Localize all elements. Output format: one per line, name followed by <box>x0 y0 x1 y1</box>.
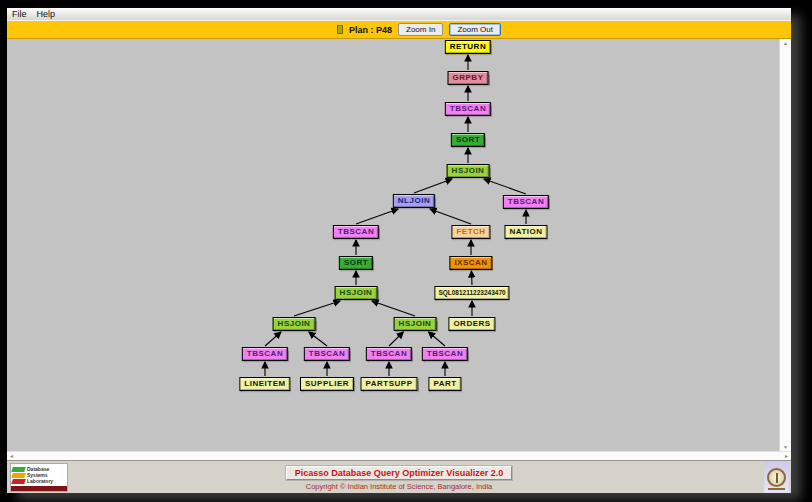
plan-node-return[interactable]: RETURN <box>445 40 491 54</box>
scroll-up-icon[interactable]: ▲ <box>783 40 788 46</box>
plan-node-hsjoin3[interactable]: HSJOIN <box>273 317 316 331</box>
menu-bar: File Help <box>7 8 791 21</box>
plan-edge-sqltmp-ixscan <box>471 271 472 285</box>
iisc-emblem-base <box>768 488 785 490</box>
plan-edge-fetch-nljoin <box>430 209 471 224</box>
plan-node-hsjoin4[interactable]: HSJOIN <box>394 317 437 331</box>
plan-node-grpby[interactable]: GRPBY <box>448 71 489 85</box>
menu-help[interactable]: Help <box>37 9 56 19</box>
plan-label: Plan : P48 <box>349 25 392 35</box>
plan-node-tbscan1[interactable]: TBSCAN <box>445 102 491 116</box>
plan-edge-tbscan3-nljoin <box>356 209 398 224</box>
plan-edge-tbscan2-hsjoin1 <box>484 179 526 194</box>
copyright-text: Copyright © Indian Institute of Science,… <box>7 482 791 491</box>
plan-edge-hsjoin4-hsjoin2 <box>372 301 415 316</box>
plan-node-tbscan6[interactable]: TBSCAN <box>366 347 412 361</box>
plan-edge-tbscan7-hsjoin4 <box>429 332 446 346</box>
plan-canvas[interactable]: RETURNGRPBYTBSCANSORTHSJOINNLJOINTBSCANT… <box>7 39 779 451</box>
plan-node-nation[interactable]: NATION <box>504 225 547 239</box>
scroll-right-icon[interactable]: ► <box>784 453 789 459</box>
plan-node-orders[interactable]: ORDERS <box>448 317 495 331</box>
plan-node-hsjoin1[interactable]: HSJOIN <box>447 164 490 178</box>
footer-bar: Database Systems Laboratory Picasso Data… <box>7 460 791 493</box>
plan-node-lineitem[interactable]: LINEITEM <box>239 377 290 391</box>
plan-edge-hsjoin3-hsjoin2 <box>294 301 340 316</box>
plan-color-swatch <box>337 25 343 34</box>
horizontal-scrollbar[interactable]: ◄ ► <box>7 451 791 460</box>
plan-node-nljoin[interactable]: NLJOIN <box>393 194 435 208</box>
plan-node-ixscan[interactable]: IXSCAN <box>449 256 492 270</box>
plan-node-tbscan7[interactable]: TBSCAN <box>422 347 468 361</box>
plan-node-sort1[interactable]: SORT <box>451 133 485 147</box>
menu-file[interactable]: File <box>12 9 27 19</box>
plan-node-tbscan5[interactable]: TBSCAN <box>304 347 350 361</box>
toolbar: Plan : P48 Zoom In Zoom Out <box>7 21 791 39</box>
scroll-down-icon[interactable]: ▼ <box>783 444 788 450</box>
plan-node-sqltmp[interactable]: SQL081211223243470 <box>434 286 509 300</box>
picasso-app-window: File Help Plan : P48 Zoom In Zoom Out RE… <box>7 8 791 493</box>
plan-node-partsupp[interactable]: PARTSUPP <box>361 377 418 391</box>
iisc-emblem <box>764 461 789 493</box>
plan-node-tbscan4[interactable]: TBSCAN <box>242 347 288 361</box>
plan-node-sort2[interactable]: SORT <box>339 256 373 270</box>
app-title: Picasso Database Query Optimizer Visuali… <box>286 466 512 480</box>
scroll-left-icon[interactable]: ◄ <box>9 453 14 459</box>
plan-node-hsjoin2[interactable]: HSJOIN <box>335 286 378 300</box>
plan-edge-nljoin-hsjoin1 <box>414 179 452 193</box>
plan-node-supplier[interactable]: SUPPLIER <box>300 377 354 391</box>
plan-node-tbscan3[interactable]: TBSCAN <box>333 225 379 239</box>
zoom-in-button[interactable]: Zoom In <box>398 23 443 36</box>
iisc-emblem-circle <box>767 468 786 487</box>
zoom-out-button[interactable]: Zoom Out <box>449 23 501 36</box>
plan-node-fetch[interactable]: FETCH <box>451 225 490 239</box>
vertical-scrollbar[interactable]: ▲ ▼ <box>779 39 791 451</box>
plan-node-tbscan2[interactable]: TBSCAN <box>503 195 549 209</box>
plan-node-part[interactable]: PART <box>428 377 461 391</box>
plan-edge-tbscan6-hsjoin4 <box>389 332 403 346</box>
plan-edge-tbscan4-hsjoin3 <box>265 332 281 346</box>
plan-edge-tbscan5-hsjoin3 <box>309 332 327 346</box>
